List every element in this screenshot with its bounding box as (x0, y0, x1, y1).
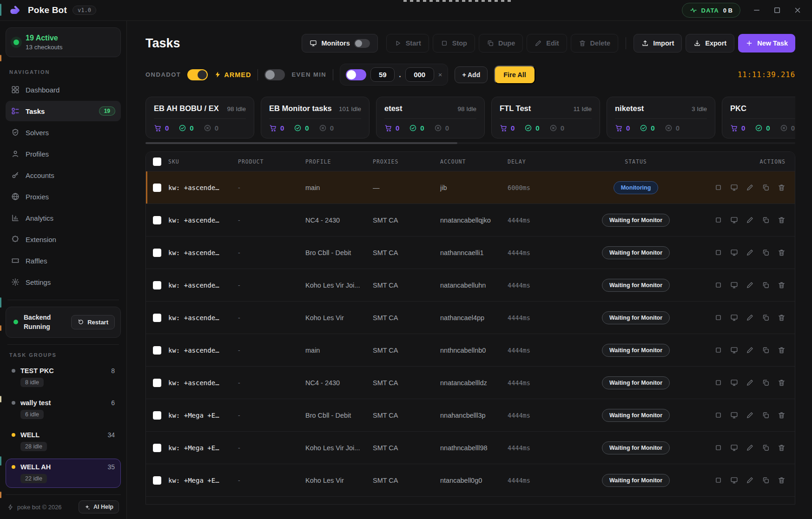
new-task-button[interactable]: New Task (738, 34, 795, 53)
table-row[interactable]: kw: +ascende… - NC4 - 2430 SMT CA nnatan… (146, 367, 795, 399)
group-card[interactable]: EB Monitor tasks 101 Idle 0 0 (261, 97, 370, 138)
table-row[interactable]: kw: +ascende… - Koho Les Vir SMT CA nath… (146, 302, 795, 334)
stop-task-icon[interactable] (714, 249, 722, 256)
edit-task-icon[interactable] (746, 314, 754, 322)
stop-task-icon[interactable] (714, 281, 722, 289)
duplicate-task-icon[interactable] (762, 379, 770, 387)
delete-task-icon[interactable] (778, 379, 786, 387)
row-checkbox[interactable] (153, 249, 161, 257)
row-checkbox[interactable] (153, 314, 161, 322)
table-row[interactable]: kw: +ascende… - Bro Cbll - Debit SMT CA … (146, 237, 795, 269)
group-card[interactable]: PKC 29 Idle 0 0 (722, 97, 795, 138)
minimize-icon[interactable] (753, 6, 761, 14)
delete-task-icon[interactable] (778, 444, 786, 452)
task-group-item[interactable]: wally test 6 6 idle (6, 394, 121, 424)
monitor-task-icon[interactable] (730, 346, 738, 354)
export-button[interactable]: Export (686, 34, 734, 53)
monitor-task-icon[interactable] (730, 216, 738, 224)
edit-task-icon[interactable] (746, 281, 754, 289)
monitor-task-icon[interactable] (730, 411, 738, 419)
edit-task-icon[interactable] (746, 216, 754, 224)
delete-button[interactable]: Delete (571, 34, 619, 53)
ondadot-toggle[interactable] (187, 69, 208, 80)
delete-task-icon[interactable] (778, 249, 786, 256)
sidebar-nav-item[interactable]: Settings (6, 272, 121, 292)
monitor-task-icon[interactable] (730, 476, 738, 484)
task-group-item[interactable]: TEST PKC 8 8 idle (6, 362, 121, 392)
duplicate-task-icon[interactable] (762, 346, 770, 354)
stop-task-icon[interactable] (714, 314, 722, 322)
task-group-item[interactable]: WELL AH 35 22 idle (6, 459, 121, 488)
stop-task-icon[interactable] (714, 444, 722, 452)
row-checkbox[interactable] (153, 184, 161, 192)
monitors-toggle[interactable] (354, 39, 370, 48)
sidebar-nav-item[interactable]: Proxies (6, 186, 121, 207)
duplicate-task-icon[interactable] (762, 281, 770, 289)
sidebar-nav-item[interactable]: Extension (6, 229, 121, 250)
stop-button[interactable]: Stop (433, 34, 475, 53)
row-checkbox[interactable] (153, 379, 161, 387)
restart-backend-button[interactable]: Restart (71, 315, 115, 329)
sidebar-nav-item[interactable]: Profiles (6, 144, 121, 164)
table-row[interactable]: kw: +ascende… - NC4 - 2430 SMT CA nnatan… (146, 204, 795, 237)
delete-task-icon[interactable] (778, 476, 786, 484)
monitor-task-icon[interactable] (730, 444, 738, 452)
monitor-task-icon[interactable] (730, 379, 738, 387)
duplicate-task-icon[interactable] (762, 249, 770, 256)
edit-button[interactable]: Edit (527, 34, 567, 53)
group-card[interactable]: EB AH BOBU / EX 98 Idle 0 0 (145, 97, 254, 138)
duplicate-task-icon[interactable] (762, 411, 770, 419)
sidebar-nav-item[interactable]: Raffles (6, 250, 121, 271)
task-group-item[interactable]: WELL 34 28 idle (6, 427, 121, 456)
stop-task-icon[interactable] (714, 184, 722, 191)
edit-task-icon[interactable] (746, 411, 754, 419)
dupe-button[interactable]: Dupe (479, 34, 523, 53)
monitor-task-icon[interactable] (730, 249, 738, 256)
column-header-product[interactable]: PRODUCT (238, 158, 305, 165)
row-checkbox[interactable] (153, 281, 161, 289)
row-checkbox[interactable] (153, 444, 161, 452)
row-checkbox[interactable] (153, 346, 161, 355)
monitor-task-icon[interactable] (730, 184, 738, 191)
delete-task-icon[interactable] (778, 411, 786, 419)
millisecond-input[interactable]: 000 (405, 67, 434, 82)
start-button[interactable]: Start (386, 34, 429, 53)
table-row[interactable]: kw: +Mega +E… - Koho Les Vir SMT CA ntan… (146, 464, 795, 497)
duplicate-task-icon[interactable] (762, 314, 770, 322)
edit-task-icon[interactable] (746, 379, 754, 387)
delete-task-icon[interactable] (778, 314, 786, 322)
sidebar-nav-item[interactable]: Solvers (6, 122, 121, 143)
column-header-profile[interactable]: PROFILE (305, 158, 373, 165)
column-header-proxies[interactable]: PROXIES (373, 158, 440, 165)
select-all-checkbox[interactable] (153, 158, 161, 166)
edit-task-icon[interactable] (746, 444, 754, 452)
table-row[interactable]: kw: +Mega +E… - Bro Cbll - Debit SMT CA … (146, 399, 795, 432)
table-row[interactable]: kw: +ascende… - main SMT CA nnthncabelln… (146, 334, 795, 367)
delete-task-icon[interactable] (778, 216, 786, 224)
group-card[interactable]: niketest 3 Idle 0 0 (607, 97, 715, 138)
row-checkbox[interactable] (153, 476, 161, 485)
fire-time-toggle[interactable] (346, 69, 366, 80)
duplicate-task-icon[interactable] (762, 476, 770, 484)
stop-task-icon[interactable] (714, 216, 722, 224)
column-header-status[interactable]: STATUS (625, 158, 647, 165)
stop-task-icon[interactable] (714, 476, 722, 484)
stop-task-icon[interactable] (714, 379, 722, 387)
edit-task-icon[interactable] (746, 476, 754, 484)
group-card[interactable]: etest 98 Idle 0 0 (376, 97, 485, 138)
table-row[interactable]: kw: +Mega +E… - Koho Les Vir Joi... SMT … (146, 432, 795, 464)
stop-task-icon[interactable] (714, 346, 722, 354)
sidebar-nav-item[interactable]: Tasks 19 (6, 101, 121, 121)
even-min-toggle[interactable] (264, 69, 285, 80)
delete-task-icon[interactable] (778, 184, 786, 191)
row-checkbox[interactable] (153, 411, 161, 420)
maximize-icon[interactable] (773, 6, 781, 14)
data-usage-pill[interactable]: DATA 0 B (682, 3, 740, 18)
column-header-sku[interactable]: SKU (168, 158, 238, 165)
sidebar-nav-item[interactable]: Dashboard (6, 79, 121, 100)
table-row[interactable]: kw: +ascende… - main — jib 6000ms Monito… (146, 171, 795, 204)
minute-input[interactable]: 59 (370, 67, 395, 82)
column-header-delay[interactable]: DELAY (508, 158, 577, 165)
monitor-task-icon[interactable] (730, 281, 738, 289)
edit-task-icon[interactable] (746, 184, 754, 191)
